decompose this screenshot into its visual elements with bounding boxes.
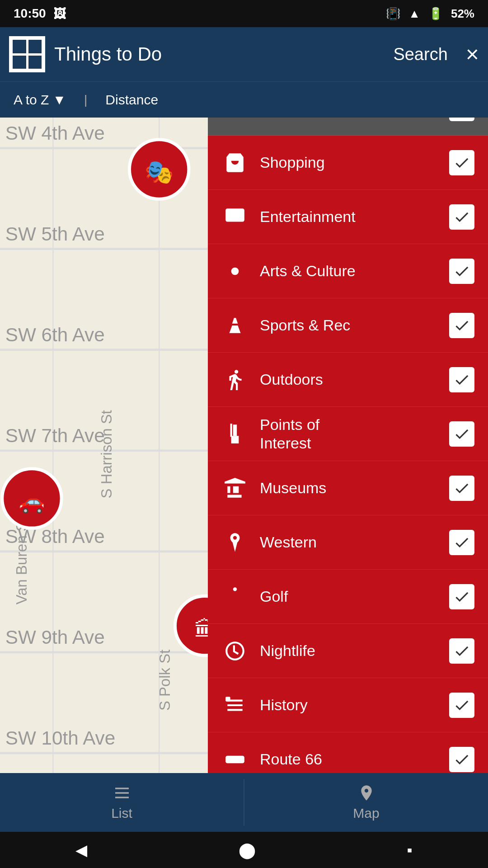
back-button[interactable]: ◀ [75, 841, 87, 859]
filter-label-points-of-interest: Points of Interest [260, 415, 438, 453]
filter-label-route-66: Route 66 [260, 750, 438, 769]
filter-item-shopping[interactable]: Shopping [208, 136, 488, 190]
filter-icon-history [221, 692, 249, 719]
filter-item-arts-culture[interactable]: Arts & Culture [208, 244, 488, 298]
sort-distance-label: Distance [105, 92, 158, 108]
svg-rect-69 [230, 424, 232, 437]
filter-check-sports-rec [449, 313, 474, 338]
svg-text:SW 5th Ave: SW 5th Ave [5, 223, 105, 245]
map-icon [357, 784, 375, 802]
sort-distance-button[interactable]: Distance [105, 92, 158, 108]
home-button[interactable]: ⬤ [239, 841, 256, 859]
svg-rect-77 [115, 797, 129, 798]
filter-label-history: History [260, 696, 438, 714]
logo-sq2 [28, 40, 42, 53]
svg-rect-75 [115, 788, 129, 789]
svg-text:S Harrison St: S Harrison St [98, 410, 115, 498]
svg-rect-67 [233, 425, 237, 436]
logo-sq1 [13, 40, 26, 53]
filter-check-shopping [449, 150, 474, 175]
svg-point-70 [233, 587, 237, 591]
time: 10:50 [14, 6, 46, 21]
filter-label-museums: Museums [260, 479, 438, 497]
recents-button[interactable]: ▪ [407, 841, 413, 859]
status-right: 📳 ▲ 🔋 52% [386, 7, 474, 21]
filter-item-history[interactable]: History [208, 678, 488, 732]
filter-check-museums [449, 476, 474, 501]
svg-rect-71 [225, 697, 230, 701]
svg-text:66: 66 [232, 757, 238, 764]
svg-rect-68 [231, 436, 239, 443]
bottom-nav: List Map [0, 773, 488, 832]
svg-text:SW 9th Ave: SW 9th Ave [5, 627, 105, 648]
map-label: Map [353, 806, 379, 821]
sort-az-label: A to Z [14, 92, 49, 108]
search-button[interactable]: Search [393, 45, 447, 64]
svg-rect-65 [225, 208, 244, 222]
filter-item-route-66[interactable]: 66Route 66 [208, 732, 488, 773]
logo-sq3 [13, 56, 26, 69]
filter-icon-route-66: 66 [221, 746, 249, 773]
svg-text:S Polk St: S Polk St [156, 650, 173, 711]
filter-icon-arts-culture [221, 258, 249, 285]
svg-text:🚗: 🚗 [19, 489, 45, 514]
filter-icon-shopping [221, 149, 249, 176]
filter-label-arts-culture: Arts & Culture [260, 262, 438, 280]
svg-text:SW 4th Ave: SW 4th Ave [5, 123, 105, 144]
dropdown-icon: ▼ [52, 92, 66, 108]
filter-item-sports-rec[interactable]: Sports & Rec [208, 298, 488, 353]
filter-icon-museums [221, 475, 249, 502]
map-tab[interactable]: Map [244, 773, 488, 832]
app-bar: Things to Do Search × [0, 27, 488, 81]
filter-check-points-of-interest [449, 421, 474, 447]
filter-check-nightlife [449, 638, 474, 664]
filter-icon-western [221, 529, 249, 556]
filter-check-outdoors [449, 367, 474, 392]
status-bar: 10:50 🖼 📳 ▲ 🔋 52% [0, 0, 488, 27]
filter-icon-points-of-interest [221, 420, 249, 448]
sort-az-button[interactable]: A to Z ▼ [14, 92, 66, 108]
wifi-icon: ▲ [408, 7, 420, 21]
photo-icon: 🖼 [53, 6, 66, 21]
filter-label-sports-rec: Sports & Rec [260, 316, 438, 335]
close-button[interactable]: × [466, 41, 479, 67]
filter-icon-nightlife [221, 637, 249, 665]
app-logo [9, 36, 45, 72]
logo-sq4 [28, 56, 42, 69]
battery-percent: 52% [451, 7, 474, 21]
filter-check-western [449, 530, 474, 555]
filter-check-golf [449, 584, 474, 609]
filter-panel[interactable]: Select AllShoppingEntertainmentArts & Cu… [208, 81, 488, 773]
filter-label-outdoors: Outdoors [260, 370, 438, 389]
filter-item-outdoors[interactable]: Outdoors [208, 353, 488, 407]
vibrate-icon: 📳 [386, 7, 400, 21]
sort-divider: | [84, 93, 87, 107]
filter-icon-sports-rec [221, 312, 249, 339]
filter-item-golf[interactable]: Golf [208, 570, 488, 624]
filter-icon-outdoors [221, 366, 249, 393]
list-tab[interactable]: List [0, 773, 244, 832]
filter-label-western: Western [260, 533, 438, 552]
filter-check-entertainment [449, 204, 474, 230]
svg-text:SW 10th Ave: SW 10th Ave [5, 727, 115, 749]
svg-point-66 [231, 267, 239, 275]
status-left: 10:50 🖼 [14, 6, 66, 21]
svg-text:🎭: 🎭 [145, 158, 174, 186]
filter-label-entertainment: Entertainment [260, 208, 438, 226]
filter-check-arts-culture [449, 259, 474, 284]
filter-label-shopping: Shopping [260, 153, 438, 172]
filter-check-history [449, 693, 474, 718]
filter-icon-entertainment [221, 203, 249, 231]
svg-rect-76 [115, 792, 129, 793]
app-title: Things to Do [54, 43, 384, 65]
filter-item-points-of-interest[interactable]: Points of Interest [208, 407, 488, 461]
svg-text:SW 6th Ave: SW 6th Ave [5, 324, 105, 345]
svg-text:SW 7th Ave: SW 7th Ave [5, 425, 105, 446]
filter-item-nightlife[interactable]: Nightlife [208, 624, 488, 678]
filter-check-route-66 [449, 747, 474, 772]
filter-item-museums[interactable]: Museums [208, 461, 488, 515]
android-nav: ◀ ⬤ ▪ [0, 832, 488, 868]
filter-item-western[interactable]: Western [208, 515, 488, 570]
filter-item-entertainment[interactable]: Entertainment [208, 190, 488, 244]
battery-icon: 🔋 [428, 7, 443, 21]
